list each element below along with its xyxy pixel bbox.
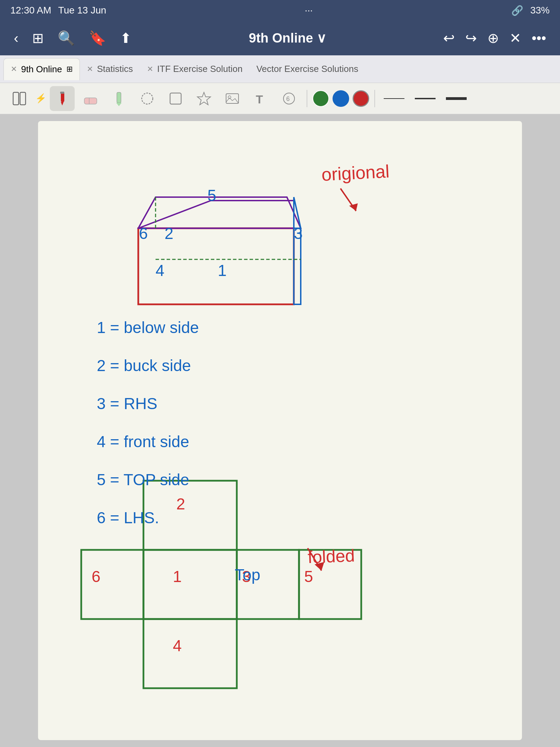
tab-label: Statistics — [97, 64, 133, 74]
original-label: origional — [321, 161, 390, 185]
more-button[interactable]: ••• — [532, 30, 546, 46]
share-button[interactable]: ⬆ — [120, 30, 132, 46]
svg-rect-1 — [20, 92, 26, 105]
blue-color[interactable] — [333, 90, 349, 107]
box-num-2: 2 — [165, 224, 174, 243]
def-5: 5 = TOP side — [97, 470, 189, 489]
tab-vector[interactable]: Vector Exercise Solutions — [250, 58, 365, 80]
separator2 — [374, 90, 375, 107]
grid-button[interactable]: ⊞ — [32, 30, 44, 46]
tab-itf[interactable]: ✕ ITF Exercise Solution — [140, 58, 250, 80]
tab-close-icon[interactable]: ✕ — [11, 65, 17, 74]
svg-rect-32 — [237, 550, 299, 619]
net-num-6: 6 — [92, 567, 101, 586]
toolbar-right: ↩ ↪ ⊕ ✕ ••• — [443, 30, 546, 46]
tab-close-icon[interactable]: ✕ — [147, 65, 153, 74]
add-page-button[interactable]: ⊕ — [487, 30, 499, 46]
svg-text:T: T — [256, 93, 263, 106]
battery: 33% — [530, 5, 550, 16]
bluetooth-icon: ⚡ — [35, 93, 46, 104]
svg-marker-8 — [116, 103, 122, 106]
panel-toggle-button[interactable] — [7, 86, 32, 111]
highlighter-tool[interactable] — [106, 86, 131, 111]
tab-label: ITF Exercise Solution — [157, 64, 243, 74]
svg-marker-22 — [138, 197, 301, 228]
svg-rect-4 — [60, 92, 64, 94]
tab-close-icon[interactable]: ✕ — [87, 65, 93, 74]
svg-rect-0 — [13, 92, 19, 105]
back-button[interactable]: ‹ — [14, 30, 18, 46]
toolbar: ‹ ⊞ 🔍 🔖 ⬆ 9th Online ∨ ↩ ↪ ⊕ ✕ ••• — [0, 21, 560, 55]
svg-marker-21 — [138, 201, 294, 228]
top-label: Top — [235, 565, 260, 584]
net-num-3: 3 — [242, 567, 251, 586]
more-draw-tool[interactable]: 6 — [277, 86, 301, 111]
def-6: 6 = LHS. — [97, 508, 159, 527]
net-num-2: 2 — [176, 495, 185, 513]
def-2: 2 = buck side — [97, 356, 191, 375]
content-area: origional 5 2 3 6 4 1 1 = below side 2 =… — [0, 114, 560, 747]
star-tool[interactable] — [192, 86, 216, 111]
svg-rect-5 — [84, 98, 97, 104]
svg-marker-26 — [294, 228, 301, 304]
search-button[interactable]: 🔍 — [58, 30, 75, 46]
svg-marker-23 — [294, 197, 301, 304]
status-left: 12:30 AM Tue 13 Jun — [10, 5, 106, 16]
tab-9th-online[interactable]: ✕ 9th Online ⊞ — [3, 58, 80, 80]
svg-rect-12 — [226, 94, 239, 103]
redo-button[interactable]: ↪ — [465, 30, 477, 46]
tab-expand-icon[interactable]: ⊞ — [66, 65, 73, 74]
net-num-5: 5 — [304, 567, 313, 586]
text-tool[interactable]: T — [248, 86, 273, 111]
shapes-tool[interactable] — [163, 86, 188, 111]
svg-point-9 — [142, 93, 153, 104]
svg-marker-3 — [61, 102, 64, 105]
svg-text:6: 6 — [286, 95, 290, 102]
tab-label: 9th Online — [21, 64, 62, 75]
status-dots: ··· — [305, 5, 312, 16]
bookmark-button[interactable]: 🔖 — [89, 30, 106, 46]
date: Tue 13 Jun — [58, 5, 106, 16]
box-num-6: 6 — [139, 224, 148, 243]
dropdown-icon[interactable]: ∨ — [317, 30, 326, 46]
tab-statistics[interactable]: ✕ Statistics — [80, 58, 140, 80]
eraser-tool[interactable] — [78, 86, 103, 111]
status-bar: 12:30 AM Tue 13 Jun ··· 🔗 33% — [0, 0, 560, 21]
lasso-tool[interactable] — [135, 86, 160, 111]
box-num-4: 4 — [156, 261, 165, 280]
page: origional 5 2 3 6 4 1 1 = below side 2 =… — [38, 121, 522, 740]
net-num-4: 4 — [173, 636, 182, 655]
svg-marker-11 — [197, 92, 211, 105]
svg-line-37 — [308, 548, 321, 571]
thin-line[interactable] — [380, 95, 408, 102]
def-3: 3 = RHS — [97, 394, 157, 413]
svg-line-35 — [340, 188, 356, 211]
separator — [307, 90, 307, 107]
red-color[interactable] — [353, 90, 369, 107]
svg-marker-38 — [315, 562, 324, 571]
pen-tool[interactable] — [50, 86, 75, 111]
image-tool[interactable] — [220, 86, 245, 111]
thick-line[interactable] — [442, 95, 470, 102]
undo-button[interactable]: ↩ — [443, 30, 455, 46]
green-color[interactable] — [312, 90, 329, 107]
time: 12:30 AM — [10, 5, 51, 16]
svg-marker-36 — [349, 203, 358, 211]
document-title[interactable]: 9th Online — [249, 31, 313, 46]
medium-line[interactable] — [411, 95, 439, 102]
tab-label: Vector Exercise Solutions — [256, 64, 358, 74]
box-num-3: 3 — [294, 224, 303, 243]
box-num-1: 1 — [218, 261, 227, 280]
link-icon: 🔗 — [511, 5, 523, 16]
box-num-5: 5 — [207, 186, 216, 205]
def-1: 1 = below side — [97, 318, 199, 337]
svg-rect-29 — [143, 550, 237, 619]
svg-rect-7 — [117, 92, 121, 103]
svg-rect-34 — [81, 550, 143, 619]
svg-rect-31 — [143, 619, 237, 688]
def-4: 4 = front side — [97, 432, 189, 451]
close-button[interactable]: ✕ — [510, 30, 521, 46]
svg-rect-30 — [143, 481, 237, 550]
tabs-bar: ✕ 9th Online ⊞ ✕ Statistics ✕ ITF Exerci… — [0, 55, 560, 83]
folded-label: folded — [307, 546, 355, 568]
